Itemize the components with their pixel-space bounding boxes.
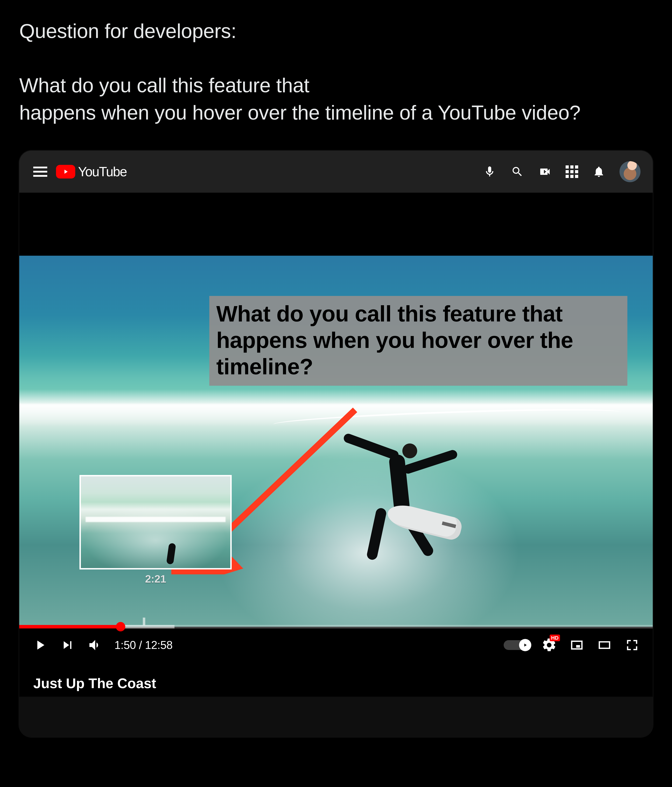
- player-controls: 1:50 / 12:58 HD: [19, 629, 653, 662]
- post-line-3: happens when you hover over the timeline…: [19, 99, 653, 126]
- embedded-screenshot-card: YouTube: [19, 151, 653, 737]
- post-text: Question for developers: What do you cal…: [19, 17, 653, 126]
- next-button[interactable]: [59, 637, 76, 653]
- youtube-header-left: YouTube: [33, 164, 127, 179]
- progress-bar[interactable]: [19, 625, 653, 629]
- apps-grid-icon[interactable]: [566, 165, 578, 178]
- seek-preview-thumbnail: 2:21: [79, 475, 232, 585]
- search-icon[interactable]: [510, 165, 524, 179]
- autoplay-toggle-knob-icon: [519, 639, 531, 651]
- theater-mode-button[interactable]: [596, 637, 613, 653]
- hamburger-menu-icon[interactable]: [33, 165, 47, 179]
- notifications-bell-icon[interactable]: [592, 165, 606, 179]
- miniplayer-button[interactable]: [568, 637, 585, 653]
- hd-badge: HD: [550, 635, 560, 641]
- youtube-logo[interactable]: YouTube: [56, 164, 127, 179]
- progress-hover-indicator: [143, 618, 145, 625]
- youtube-header: YouTube: [19, 151, 653, 193]
- youtube-play-badge-icon: [56, 165, 75, 179]
- video-player[interactable]: What do you call this feature that happe…: [19, 193, 653, 697]
- video-surfer-silhouette: [355, 430, 446, 555]
- fullscreen-button[interactable]: [624, 637, 640, 653]
- post-line-1: Question for developers:: [19, 17, 653, 44]
- post-line-2: What do you call this feature that: [19, 72, 653, 99]
- autoplay-toggle[interactable]: [504, 640, 530, 650]
- video-title[interactable]: Just Up The Coast: [33, 675, 639, 691]
- play-button[interactable]: [32, 637, 48, 653]
- post: Question for developers: What do you cal…: [0, 0, 672, 126]
- user-avatar[interactable]: [620, 161, 640, 182]
- time-display: 1:50 / 12:58: [114, 638, 172, 651]
- volume-button[interactable]: [87, 637, 104, 653]
- voice-search-icon[interactable]: [483, 165, 496, 179]
- seek-preview-time: 2:21: [79, 573, 232, 585]
- video-letterbox-top: [19, 193, 653, 256]
- youtube-wordmark: YouTube: [78, 164, 127, 179]
- settings-button[interactable]: HD: [541, 637, 558, 653]
- create-video-icon[interactable]: [538, 165, 552, 179]
- seek-preview-image: [79, 475, 232, 569]
- annotation-overlay-box: What do you call this feature that happe…: [209, 296, 628, 386]
- progress-played: [19, 625, 120, 629]
- youtube-header-actions: [483, 161, 640, 182]
